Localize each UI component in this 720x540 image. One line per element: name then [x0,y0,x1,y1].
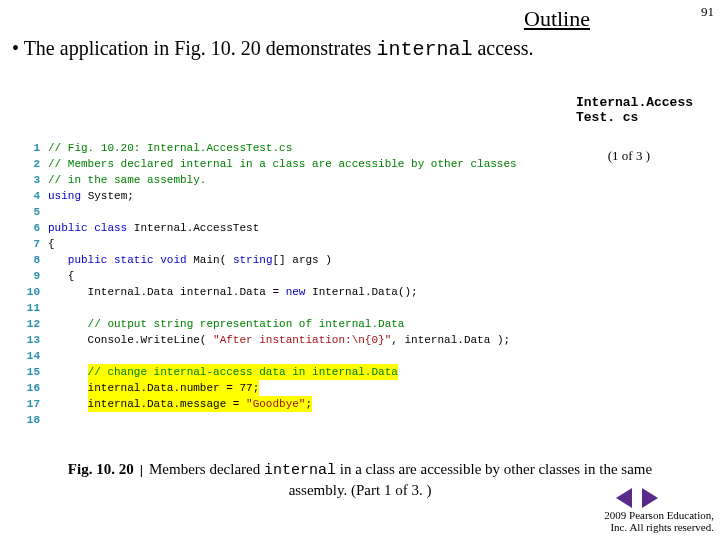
line-number: 18 [18,412,48,428]
code-line: 6public class Internal.AccessTest [18,220,578,236]
code-line: 15 // change internal-access data in int… [18,364,578,380]
code-content [48,348,578,364]
bullet-text: • The application in Fig. 10. 20 demonst… [12,36,567,62]
bullet-keyword: internal [376,38,472,61]
line-number: 3 [18,172,48,188]
line-number: 16 [18,380,48,396]
code-content: Internal.Data internal.Data = new Intern… [48,284,578,300]
caption-keyword: internal [264,462,336,479]
line-number: 13 [18,332,48,348]
footer-l1: 2009 Pearson Education, [604,509,714,522]
code-content: { [48,236,578,252]
line-number: 11 [18,300,48,316]
code-content: public class Internal.AccessTest [48,220,578,236]
line-number: 14 [18,348,48,364]
code-content: // output string representation of inter… [48,316,578,332]
code-content: internal.Data.number = 77; [48,380,578,396]
line-number: 2 [18,156,48,172]
caption-figno: Fig. 10. 20 [68,461,138,477]
footer-l2: Inc. All rights reserved. [604,521,714,534]
line-number: 8 [18,252,48,268]
code-line: 14 [18,348,578,364]
code-content: { [48,268,578,284]
line-number: 17 [18,396,48,412]
code-line: 1// Fig. 10.20: Internal.AccessTest.cs [18,140,578,156]
code-content: // change internal-access data in intern… [48,364,578,380]
code-line: 17 internal.Data.message = "Goodbye"; [18,396,578,412]
line-number: 7 [18,236,48,252]
code-listing: 1// Fig. 10.20: Internal.AccessTest.cs2/… [18,140,578,428]
code-content: public static void Main( string[] args ) [48,252,578,268]
code-line: 2// Members declared internal in a class… [18,156,578,172]
line-number: 1 [18,140,48,156]
file-name-label: Internal.Access Test. cs [576,96,706,126]
line-number: 6 [18,220,48,236]
line-number: 10 [18,284,48,300]
next-icon[interactable] [640,488,660,508]
code-line: 12 // output string representation of in… [18,316,578,332]
file-line2: Test. cs [576,111,706,126]
code-line: 16 internal.Data.number = 77; [18,380,578,396]
code-line: 13 Console.WriteLine( "After instantiati… [18,332,578,348]
code-content: Console.WriteLine( "After instantiation:… [48,332,578,348]
code-line: 8 public static void Main( string[] args… [18,252,578,268]
figure-caption: Fig. 10. 20 | Members declared internal … [60,460,660,500]
outline-link[interactable]: Outline [524,6,590,32]
code-content: internal.Data.message = "Goodbye"; [48,396,578,412]
code-line: 11 [18,300,578,316]
line-number: 9 [18,268,48,284]
code-line: 10 Internal.Data internal.Data = new Int… [18,284,578,300]
code-line: 4using System; [18,188,578,204]
page-number: 91 [701,4,714,20]
bullet-b: access. [472,37,533,59]
code-content: // Fig. 10.20: Internal.AccessTest.cs [48,140,578,156]
code-content: // in the same assembly. [48,172,578,188]
code-content: // Members declared internal in a class … [48,156,578,172]
code-line: 18 [18,412,578,428]
bullet-dot: • [12,36,19,61]
code-line: 5 [18,204,578,220]
line-number: 4 [18,188,48,204]
line-number: 15 [18,364,48,380]
code-line: 3// in the same assembly. [18,172,578,188]
part-label: (1 of 3 ) [608,148,650,164]
code-line: 7{ [18,236,578,252]
caption-a: Members declared [145,461,264,477]
slide: Outline 91 • The application in Fig. 10.… [0,0,720,540]
copyright-footer: 2009 Pearson Education, Inc. All rights … [604,509,714,534]
line-number: 12 [18,316,48,332]
caption-b: in a class are accessible by other class… [289,461,653,498]
line-number: 5 [18,204,48,220]
code-content [48,300,578,316]
code-content: using System; [48,188,578,204]
code-line: 9 { [18,268,578,284]
file-line1: Internal.Access [576,96,706,111]
bullet-a: The application in Fig. 10. 20 demonstra… [24,37,377,59]
code-content [48,412,578,428]
prev-icon[interactable] [614,488,634,508]
code-content [48,204,578,220]
nav-icons [614,488,660,508]
